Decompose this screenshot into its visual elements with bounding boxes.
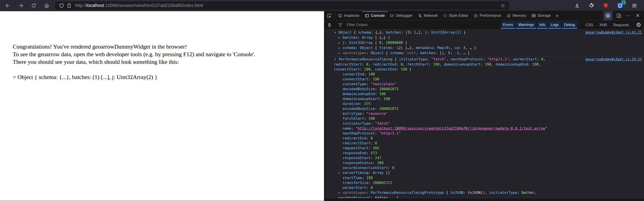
filter-level-debug[interactable]: Debug bbox=[562, 21, 577, 29]
bookmark-star-icon[interactable]: ☆ bbox=[499, 2, 506, 9]
more-tabs-button[interactable]: » bbox=[554, 11, 561, 20]
tab-network[interactable]: Network bbox=[415, 11, 440, 20]
console-token: 198 bbox=[379, 92, 386, 96]
console-token: , bbox=[491, 62, 496, 66]
console-token: 198 bbox=[401, 67, 407, 72]
console-row: encodedBodySize: 200002072 bbox=[324, 106, 642, 111]
filter-category-requests[interactable]: Requests bbox=[611, 21, 632, 29]
console-token: Map(0) bbox=[438, 46, 450, 50]
console-row: ▶<prototype>: Object { schema: null, bat… bbox=[324, 50, 642, 56]
responsive-design-icon bbox=[616, 13, 622, 18]
console-row-wrap: redirectStart: 0, redirectEnd: 0, fetchS… bbox=[324, 62, 642, 67]
style-editor-icon bbox=[443, 14, 447, 18]
source-location-link[interactable]: geoarrowDummyWidget.js:41:21 bbox=[585, 30, 642, 35]
console-token: 200002072 bbox=[379, 87, 399, 91]
expand-arrow-icon[interactable]: ▶ bbox=[338, 35, 342, 40]
filter-level-errors[interactable]: Errors bbox=[501, 21, 515, 29]
console-row: redirectEnd: 0 bbox=[324, 136, 642, 141]
console-token: nextHopProtocol bbox=[342, 131, 375, 136]
console-token: PerformanceResourceTiming bbox=[338, 57, 392, 61]
console-row: initiatorType: "fetch" bbox=[324, 121, 642, 126]
network-icon bbox=[418, 14, 422, 18]
clear-console-button[interactable] bbox=[324, 23, 334, 27]
filter-level-warnings[interactable]: Warnings bbox=[516, 21, 536, 29]
page-object-preview-line: > Object { schema: {...}, batches: (1) [… bbox=[13, 74, 324, 81]
console-token: <prototype> bbox=[342, 190, 366, 195]
console-token: : bbox=[450, 51, 455, 55]
page-text-line: Congratulations! You've rendered geoarro… bbox=[13, 43, 324, 50]
password-manager-extension-icon[interactable]: 2 bbox=[616, 2, 624, 10]
console-token: 198 bbox=[373, 77, 379, 81]
devtools-close-button[interactable]: ✕ bbox=[633, 11, 642, 20]
console-token: ] bbox=[403, 40, 407, 45]
console-token: null bbox=[407, 51, 416, 55]
console-token: j bbox=[342, 40, 345, 45]
reload-button[interactable] bbox=[30, 2, 38, 10]
resource-url-link[interactable]: http://localhost:10099/session/viewhtml1… bbox=[358, 126, 545, 130]
console-token: : bbox=[483, 57, 487, 61]
filter-category-xhr[interactable]: XHR bbox=[596, 21, 610, 29]
tab-storage[interactable]: Storage bbox=[529, 11, 554, 20]
downloads-button[interactable] bbox=[573, 2, 581, 10]
console-token: 0 bbox=[401, 62, 403, 66]
source-location-link[interactable]: geoarrowDummyWidget.js:24:23 bbox=[585, 57, 642, 62]
tab-style-editor[interactable]: Style Editor bbox=[440, 11, 471, 20]
console-token: Array bbox=[373, 170, 384, 175]
expand-arrow-icon[interactable]: ▶ bbox=[338, 170, 342, 176]
collapse-arrow-icon[interactable]: ▼ bbox=[334, 57, 338, 62]
console-token: entryType bbox=[342, 112, 362, 116]
console-input-row[interactable] bbox=[324, 198, 644, 201]
console-token: , bbox=[403, 62, 407, 66]
home-button[interactable] bbox=[43, 2, 50, 10]
collapse-arrow-icon[interactable]: ▼ bbox=[334, 30, 338, 35]
react-devtools-extension-button[interactable] bbox=[604, 11, 612, 20]
console-token: "fetch" bbox=[375, 121, 390, 126]
console-token: workerStart bbox=[342, 186, 366, 190]
home-icon bbox=[44, 3, 49, 8]
tracking-protection-shield-icon[interactable] bbox=[58, 3, 65, 8]
ublock-extension-icon[interactable]: UO bbox=[602, 2, 610, 10]
console-token: } bbox=[407, 67, 412, 72]
console-token: "http/1.1" bbox=[379, 131, 401, 136]
console-token: : bbox=[480, 62, 485, 66]
page-text-line: To see the geoarrow data, open the web d… bbox=[13, 50, 324, 58]
expand-arrow-icon[interactable]: ▶ bbox=[338, 46, 342, 50]
menu-button[interactable] bbox=[630, 2, 638, 10]
console-token: secureConnectionStart bbox=[342, 166, 388, 170]
console-icon bbox=[365, 14, 369, 18]
console-token: : bbox=[366, 51, 370, 55]
filter-level-info[interactable]: Info bbox=[537, 21, 548, 29]
console-row: ▶j: Uint32Array [ 0, 10000000 ] bbox=[324, 40, 642, 46]
filter-level-logs[interactable]: Logs bbox=[548, 21, 561, 29]
filter-output-input[interactable] bbox=[346, 22, 463, 27]
filter-category-css[interactable]: CSS bbox=[583, 21, 596, 29]
url-bar[interactable]: http://localhost:10099/session/viewhtml1… bbox=[55, 1, 509, 10]
responsive-design-mode-button[interactable] bbox=[614, 11, 624, 20]
tab-memory[interactable]: Memory bbox=[504, 11, 529, 20]
web-page-viewport: Congratulations! You've rendered geoarro… bbox=[0, 11, 324, 201]
page-info-icon[interactable] bbox=[65, 3, 73, 8]
console-token: domainLookupStart bbox=[444, 62, 480, 66]
back-button[interactable] bbox=[4, 2, 12, 10]
console-token: : bbox=[463, 190, 468, 195]
tab-label: Console bbox=[371, 14, 385, 18]
expand-arrow-icon[interactable]: ▶ bbox=[338, 51, 342, 56]
devtools-meatball-menu-button[interactable]: ⋯ bbox=[624, 11, 633, 20]
console-token: serverTiming bbox=[342, 170, 368, 175]
console-token: , bbox=[485, 190, 489, 195]
forward-button[interactable] bbox=[17, 2, 24, 10]
url-input[interactable]: http://localhost:10099/session/viewhtml1… bbox=[75, 3, 499, 8]
console-row: ▶schema: Object { fields: (2) […], metad… bbox=[324, 46, 642, 50]
tab-inspector[interactable]: Inspector bbox=[336, 11, 362, 20]
console-token: : bbox=[370, 141, 375, 145]
tab-debugger[interactable]: Debugger bbox=[387, 11, 415, 20]
expand-arrow-icon[interactable]: ▶ bbox=[338, 40, 342, 46]
console-token: , bbox=[446, 57, 451, 61]
extensions-button[interactable] bbox=[588, 2, 595, 10]
expand-arrow-icon[interactable]: ▶ bbox=[338, 190, 342, 196]
tab-performance[interactable]: Performance bbox=[471, 11, 504, 20]
element-picker-button[interactable] bbox=[324, 11, 334, 20]
tab-console[interactable]: Console bbox=[362, 11, 387, 20]
console-settings-button[interactable]: ⚙ bbox=[633, 22, 644, 28]
console-token: " bbox=[545, 126, 548, 130]
